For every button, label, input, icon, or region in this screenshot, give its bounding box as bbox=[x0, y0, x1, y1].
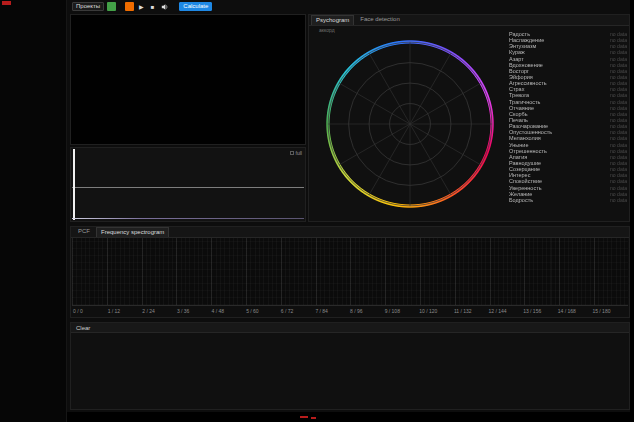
time-label: 9 / 108 bbox=[385, 308, 420, 316]
emotion-value: no data bbox=[610, 173, 627, 178]
emotion-label: Бодрость bbox=[509, 197, 533, 203]
green-tool-button[interactable] bbox=[107, 2, 116, 11]
waveform-panel: full bbox=[70, 147, 306, 222]
emotion-label: Желание bbox=[509, 191, 532, 197]
emotion-value: no data bbox=[610, 31, 627, 36]
log-panel: Clear bbox=[70, 322, 630, 410]
emotion-value: no data bbox=[610, 185, 627, 190]
emotion-value: no data bbox=[610, 191, 627, 196]
orange-tool-button[interactable] bbox=[125, 2, 134, 11]
tab-pcf[interactable]: PCF bbox=[73, 226, 95, 237]
emotion-label: Опустошенность bbox=[509, 129, 552, 135]
time-label: 2 / 24 bbox=[142, 308, 177, 316]
full-toggle[interactable]: full bbox=[290, 150, 302, 156]
emotion-value: no data bbox=[610, 111, 627, 116]
emotion-label: Агрессивность bbox=[509, 80, 547, 86]
projects-button[interactable]: Проекты bbox=[72, 2, 104, 11]
log-output bbox=[71, 333, 629, 409]
full-label: full bbox=[296, 150, 302, 156]
time-label: 1 / 12 bbox=[108, 308, 143, 316]
time-label: 7 / 84 bbox=[315, 308, 350, 316]
time-axis: 0 / 0 1 / 12 2 / 24 3 / 36 4 / 48 5 / 60… bbox=[73, 308, 627, 316]
emotion-value: no data bbox=[610, 167, 627, 172]
emotion-label: Вдохновение bbox=[509, 62, 543, 68]
emotion-value: no data bbox=[610, 38, 627, 43]
time-label: 5 / 60 bbox=[246, 308, 281, 316]
emotion-label: Тревога bbox=[509, 93, 529, 99]
emotion-label: Наслаждение bbox=[509, 37, 544, 43]
emotion-row: Бодрость no data bbox=[509, 197, 627, 203]
app-window: Проекты ▶ ■ Calculate full bbox=[0, 0, 634, 422]
stop-button[interactable]: ■ bbox=[149, 2, 157, 11]
emotion-label: Азарт bbox=[509, 56, 524, 62]
tab-psychogram[interactable]: Psychogram bbox=[311, 15, 354, 25]
spectrogram-grid bbox=[72, 238, 628, 306]
emotion-label: Отчаяние bbox=[509, 105, 534, 111]
emotion-label: Восторг bbox=[509, 68, 529, 74]
emotion-value: no data bbox=[610, 87, 627, 92]
play-icon: ▶ bbox=[139, 3, 144, 10]
time-label: 6 / 72 bbox=[281, 308, 316, 316]
time-label: 11 / 132 bbox=[454, 308, 489, 316]
log-header: Clear bbox=[71, 323, 629, 333]
emotion-value: no data bbox=[610, 124, 627, 129]
emotion-value: no data bbox=[610, 117, 627, 122]
emotion-label: Уныние bbox=[509, 142, 528, 148]
playhead[interactable] bbox=[73, 149, 75, 220]
emotion-value: no data bbox=[610, 56, 627, 61]
emotion-label: Отрешенность bbox=[509, 148, 547, 154]
emotion-label: Радость bbox=[509, 31, 530, 37]
emotion-label: Уверенность bbox=[509, 185, 542, 191]
time-label: 13 / 156 bbox=[523, 308, 558, 316]
checkbox-icon bbox=[290, 151, 294, 155]
recording-indicator bbox=[2, 1, 11, 5]
volume-button[interactable] bbox=[159, 2, 171, 11]
tab-frequency-spectrogram[interactable]: Frequency spectrogram bbox=[96, 227, 169, 237]
waveform-scrollbar[interactable] bbox=[72, 218, 304, 219]
spectrogram-tabs: PCF Frequency spectrogram bbox=[71, 227, 629, 238]
stop-icon: ■ bbox=[151, 4, 155, 10]
spectrogram-panel: PCF Frequency spectrogram 0 / 0 1 / 12 2… bbox=[70, 226, 630, 318]
waveform-baseline bbox=[72, 187, 304, 188]
emotion-value: no data bbox=[610, 154, 627, 159]
emotion-label: Печаль bbox=[509, 117, 528, 123]
emotion-value: no data bbox=[610, 74, 627, 79]
emotion-value: no data bbox=[610, 81, 627, 86]
emotion-label: Апатия bbox=[509, 154, 527, 160]
time-label: 10 / 120 bbox=[419, 308, 454, 316]
emotion-label: Меланхолия bbox=[509, 136, 541, 142]
toolbar: Проекты ▶ ■ Calculate bbox=[72, 1, 212, 12]
emotion-label: Эйфория bbox=[509, 74, 533, 80]
psychogram-grid bbox=[317, 31, 503, 217]
time-label: 15 / 180 bbox=[592, 308, 627, 316]
calculate-button[interactable]: Calculate bbox=[179, 2, 212, 11]
emotion-label: Скорбь bbox=[509, 111, 528, 117]
emotion-value: no data bbox=[610, 50, 627, 55]
emotion-label: Энтузиазм bbox=[509, 44, 536, 50]
tab-face-detection[interactable]: Face detection bbox=[355, 14, 404, 25]
clear-button[interactable]: Clear bbox=[74, 325, 92, 331]
time-label: 4 / 48 bbox=[212, 308, 247, 316]
emotion-list: Радость no data Наслаждение no data Энту… bbox=[509, 31, 627, 203]
emotion-value: no data bbox=[610, 179, 627, 184]
play-button[interactable]: ▶ bbox=[137, 2, 146, 11]
footer-indicator bbox=[300, 416, 324, 420]
time-label: 3 / 36 bbox=[177, 308, 212, 316]
left-sidebar bbox=[0, 0, 67, 422]
time-label: 8 / 96 bbox=[350, 308, 385, 316]
emotion-label: Равнодушие bbox=[509, 160, 541, 166]
emotion-label: Трагичность bbox=[509, 99, 540, 105]
emotion-value: no data bbox=[610, 136, 627, 141]
emotion-value: no data bbox=[610, 130, 627, 135]
emotion-label: Разочарование bbox=[509, 123, 548, 129]
time-label: 12 / 144 bbox=[489, 308, 524, 316]
emotion-value: no data bbox=[610, 160, 627, 165]
emotion-label: Интерес bbox=[509, 172, 530, 178]
emotion-label: Спокойствие bbox=[509, 179, 542, 185]
emotion-value: no data bbox=[610, 197, 627, 202]
emotion-value: no data bbox=[610, 142, 627, 147]
emotion-value: no data bbox=[610, 62, 627, 67]
time-label: 0 / 0 bbox=[73, 308, 108, 316]
emotion-label: Кураж bbox=[509, 50, 525, 56]
main-area: Проекты ▶ ■ Calculate full bbox=[67, 0, 630, 412]
